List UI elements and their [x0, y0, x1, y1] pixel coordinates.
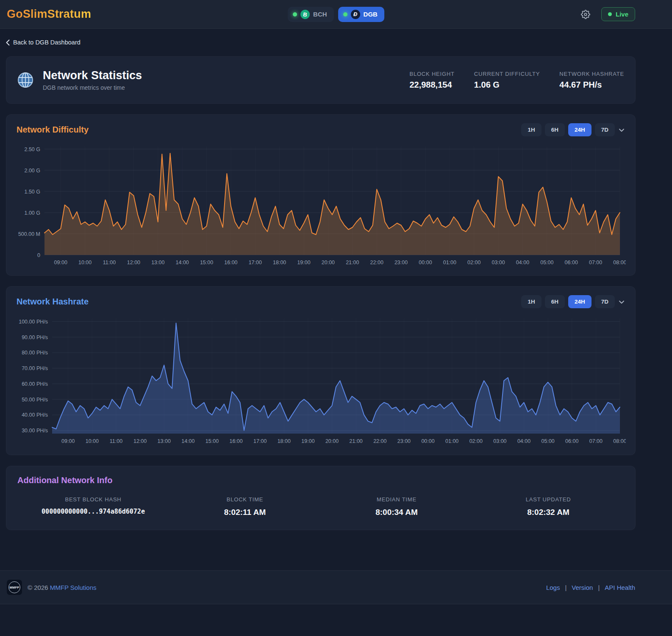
svg-text:19:00: 19:00: [297, 260, 310, 265]
range-button-6h[interactable]: 6H: [545, 295, 565, 308]
range-button-24h[interactable]: 24H: [568, 123, 591, 136]
coin-toggle: B BCH Đ DGB: [288, 7, 384, 22]
svg-text:23:00: 23:00: [394, 260, 408, 265]
svg-text:14:00: 14:00: [176, 260, 189, 265]
range-button-1h[interactable]: 1H: [521, 123, 541, 136]
svg-text:18:00: 18:00: [278, 438, 291, 444]
globe-icon: [17, 72, 33, 88]
additional-info-title: Additional Network Info: [17, 476, 624, 485]
back-to-dashboard-link[interactable]: Back to DGB Dashboard: [6, 39, 81, 46]
stat-block-height: BLOCK HEIGHT 22,988,154: [409, 71, 454, 90]
svg-text:06:00: 06:00: [565, 260, 578, 265]
bch-coin-icon: B: [300, 9, 311, 19]
range-button-7d[interactable]: 7D: [595, 123, 615, 136]
svg-text:20:00: 20:00: [325, 438, 339, 444]
footer-link-logs[interactable]: Logs: [546, 584, 560, 591]
svg-text:16:00: 16:00: [229, 438, 242, 444]
stat-value: 22,988,154: [409, 80, 454, 90]
svg-text:13:00: 13:00: [151, 260, 164, 265]
info-best-block-hash: BEST BLOCK HASH 000000000000...974a86d60…: [17, 496, 169, 517]
header-right: Live: [581, 7, 635, 21]
svg-text:01:00: 01:00: [445, 438, 458, 444]
info-block-time: BLOCK TIME 8:02:11 AM: [169, 496, 321, 517]
svg-text:22:00: 22:00: [373, 438, 386, 444]
svg-text:16:00: 16:00: [224, 260, 237, 265]
svg-text:19:00: 19:00: [301, 438, 314, 444]
stat-label: NETWORK HASHRATE: [559, 71, 624, 77]
stat-current-difficulty: CURRENT DIFFICULTY 1.06 G: [474, 71, 540, 90]
app-header: GoSlimStratum B BCH Đ DGB Live: [0, 0, 672, 29]
svg-text:10:00: 10:00: [86, 438, 99, 444]
svg-text:23:00: 23:00: [397, 438, 411, 444]
svg-text:1.00 G: 1.00 G: [24, 210, 40, 216]
coin-dgb-button[interactable]: Đ DGB: [338, 7, 384, 22]
svg-text:14:00: 14:00: [181, 438, 194, 444]
svg-text:17:00: 17:00: [253, 438, 267, 444]
svg-text:03:00: 03:00: [493, 438, 506, 444]
svg-text:08:00: 08:00: [613, 438, 626, 444]
footer-separator: |: [565, 584, 566, 591]
range-button-7d[interactable]: 7D: [595, 295, 615, 308]
svg-text:21:00: 21:00: [350, 438, 363, 444]
page-title-block: Network Statistics DGB network metrics o…: [43, 69, 142, 91]
range-button-1h[interactable]: 1H: [521, 295, 541, 308]
svg-text:100.00 PH/s: 100.00 PH/s: [19, 319, 48, 325]
company-link[interactable]: MMFP Solutions: [50, 584, 97, 591]
network-hashrate-card: Network Hashrate 1H6H24H7D 30.00 PH/s40.…: [6, 286, 636, 455]
additional-network-info-card: Additional Network Info BEST BLOCK HASH …: [6, 466, 636, 530]
gear-icon[interactable]: [581, 10, 590, 19]
info-value: 8:00:34 AM: [321, 508, 472, 517]
range-button-6h[interactable]: 6H: [545, 123, 565, 136]
app-logo[interactable]: GoSlimStratum: [7, 8, 91, 21]
difficulty-chart-title: Network Difficulty: [17, 125, 89, 135]
svg-text:50.00 PH/s: 50.00 PH/s: [22, 397, 48, 403]
hashrate-chart-title: Network Hashrate: [17, 297, 89, 307]
network-statistics-card: Network Statistics DGB network metrics o…: [6, 56, 636, 104]
svg-text:21:00: 21:00: [346, 260, 359, 265]
svg-text:03:00: 03:00: [492, 260, 505, 265]
stat-network-hashrate: NETWORK HASHRATE 44.67 PH/s: [559, 71, 624, 90]
network-stats: BLOCK HEIGHT 22,988,154 CURRENT DIFFICUL…: [409, 71, 624, 90]
mmfp-logo-text: MMFP: [8, 581, 20, 593]
dgb-label: DGB: [364, 11, 378, 18]
page-title: Network Statistics: [43, 69, 142, 82]
svg-text:90.00 PH/s: 90.00 PH/s: [22, 335, 48, 340]
network-difficulty-card: Network Difficulty 1H6H24H7D 0500.00 M1.…: [6, 114, 636, 276]
svg-text:07:00: 07:00: [589, 260, 602, 265]
svg-text:09:00: 09:00: [61, 438, 75, 444]
svg-text:04:00: 04:00: [517, 438, 530, 444]
svg-text:20:00: 20:00: [322, 260, 335, 265]
chevron-left-icon: [6, 39, 10, 46]
live-badge[interactable]: Live: [601, 7, 635, 21]
info-label: BLOCK TIME: [169, 496, 321, 503]
svg-text:2.00 G: 2.00 G: [24, 168, 40, 174]
svg-text:04:00: 04:00: [516, 260, 529, 265]
chevron-down-icon[interactable]: [618, 299, 625, 305]
svg-text:06:00: 06:00: [565, 438, 578, 444]
live-label: Live: [616, 11, 628, 18]
chevron-down-icon[interactable]: [618, 127, 625, 133]
footer-separator: |: [598, 584, 600, 591]
stat-label: CURRENT DIFFICULTY: [474, 71, 540, 77]
page-subtitle: DGB network metrics over time: [43, 84, 142, 91]
footer-link-api-health[interactable]: API Health: [605, 584, 635, 591]
svg-text:11:00: 11:00: [103, 260, 116, 265]
svg-text:12:00: 12:00: [127, 260, 140, 265]
copyright: © 2026 MMFP Solutions: [28, 584, 97, 591]
stat-value: 44.67 PH/s: [559, 80, 624, 90]
svg-text:70.00 PH/s: 70.00 PH/s: [22, 365, 48, 371]
info-value: 8:02:32 AM: [472, 508, 624, 517]
svg-text:0: 0: [37, 252, 40, 258]
dgb-coin-icon: Đ: [351, 10, 360, 19]
footer-link-version[interactable]: Version: [572, 584, 593, 591]
svg-text:01:00: 01:00: [443, 260, 456, 265]
svg-text:10:00: 10:00: [78, 260, 92, 265]
additional-info-grid: BEST BLOCK HASH 000000000000...974a86d60…: [17, 496, 624, 517]
coin-bch-button[interactable]: B BCH: [288, 7, 334, 22]
svg-text:00:00: 00:00: [419, 260, 432, 265]
svg-text:12:00: 12:00: [133, 438, 147, 444]
svg-text:30.00 PH/s: 30.00 PH/s: [22, 428, 48, 434]
info-value: 8:02:11 AM: [169, 508, 321, 517]
range-button-24h[interactable]: 24H: [568, 295, 591, 308]
svg-text:1.50 G: 1.50 G: [24, 189, 40, 195]
